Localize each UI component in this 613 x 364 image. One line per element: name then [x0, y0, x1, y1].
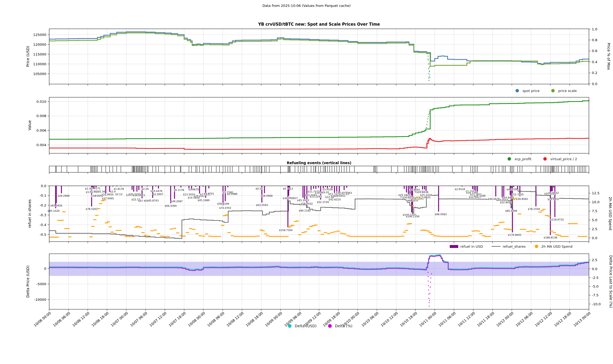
refuel-usd-annotation: $22.9934 [102, 193, 113, 196]
price-pct-axis-label: Price % of Max [607, 43, 611, 70]
spend-ma-legend-marker [535, 245, 538, 248]
refuel-usd-annotation: $63.2593 [256, 204, 268, 206]
x-tick-label: 10/06 12:00 [71, 311, 90, 328]
x-tick-label: 10/08 18:00 [245, 311, 264, 328]
legend-refuel: refuel in USDrefuel_shares2h MA USD Spen… [450, 245, 573, 248]
y-tick-label: 0.006 [37, 128, 46, 132]
refuel-usd-annotation: $66.4394 [165, 204, 176, 207]
scale-scatter-dot [428, 56, 429, 57]
y-tick-label: 0.010 [37, 100, 46, 104]
refuel-usd-annotation: $39.8562 [516, 197, 528, 200]
spend-ma-legend-label: 2h MA USD Spend [541, 245, 573, 248]
xcp-scatter-dot [428, 114, 429, 115]
delta-spike-dot [429, 300, 430, 301]
spend-axis-label: 2h MA USD Spend [608, 197, 612, 231]
delta-usd-axis-label: Delta Price (USD) [26, 265, 30, 297]
refuel-usd-annotation: $25.2732 [420, 193, 432, 196]
y-tick-label: -10000 [34, 298, 46, 302]
refuel-usd-annotation: $28.0968 [261, 194, 273, 197]
spot-price-legend-marker [516, 89, 519, 93]
spot-scatter-dot [428, 80, 429, 81]
refuel-usd-annotation: $5.01 [322, 191, 329, 194]
refuel-usd-annotation: $49.2087 [171, 200, 183, 203]
refuel-usd-annotation: $2.4 [110, 190, 116, 193]
plot-box [49, 166, 589, 172]
figure-canvas: Data from 2025-10-06 (Values from Parque… [0, 0, 613, 364]
y-tick-label: 0 [44, 267, 46, 271]
refuel-usd-annotation: $0.9986 [227, 192, 237, 195]
refuel-usd-annotation: $45.8743 [147, 199, 158, 202]
delta-spike-dot [428, 276, 429, 277]
refuel-usd-annotation: $37.9495 [102, 197, 114, 200]
y-tick-label: 2.5 [592, 258, 597, 262]
refuel-usd-annotation: $58.2246 [217, 202, 229, 205]
xcp-scatter-dot [427, 121, 428, 122]
x-tick-label: 10/08 00:00 [187, 311, 206, 328]
y-tick-label: 0.8 [592, 38, 597, 42]
xcp-scatter-dot [426, 127, 427, 128]
x-tick-label: 10/06 06:00 [52, 311, 71, 328]
refuel-usd-annotation: $0.55 [256, 187, 263, 190]
delta-spike-dot [430, 278, 432, 279]
refuel-usd-annotation: $1.56 [98, 190, 105, 193]
panel-refuel-strip: Refueling events (vertical lines) [49, 161, 589, 174]
xcp-scatter-dot [427, 118, 428, 119]
delta-spike-dot [428, 294, 429, 295]
refuel-annotations: $85.1426$65.5926$28.2898$1.02$78.5261$7.… [48, 187, 564, 239]
legend-delta: Delta (USD)Delta (%) [288, 324, 352, 328]
y-tick-label: 0.2 [592, 71, 597, 75]
x-tick-label: 10/12 18:00 [553, 311, 572, 328]
vp-scatter-dot [426, 144, 427, 145]
x-tick-label: 10/11 06:00 [438, 311, 456, 328]
scale-scatter-dot [429, 70, 430, 71]
refuel-usd-annotation: $78.5261 [86, 208, 98, 210]
refuel-strip-title: Refueling events (vertical lines) [287, 161, 351, 165]
refuel-usd-annotation: $17.2117 [286, 197, 298, 200]
refuel-shares-legend-label: refuel_shares [503, 245, 526, 248]
y-tick-label: -5000 [36, 282, 46, 286]
y-tick-label: -0.5 [40, 233, 46, 237]
refuel-usd-annotation: $45.1323 [297, 199, 309, 202]
delta-pct-legend-marker [328, 324, 332, 328]
refuel-usd-legend-marker [450, 245, 458, 248]
y-tick-label: 0.0 [41, 184, 46, 188]
refuel-usd-annotation: $0.7111 [283, 187, 293, 190]
refuel-usd-annotation: $176.8695 [508, 233, 521, 236]
spot-scatter-dot [429, 76, 430, 77]
spot-scatter-dot [430, 63, 431, 64]
refuel-usd-annotation: $13.5019 [183, 193, 195, 196]
xcp-scatter-dot [428, 116, 429, 117]
y-tick-label: -2.5 [592, 276, 598, 280]
y-tick-label: -0.2 [40, 203, 46, 207]
refuel-usd-annotation: $2.13 [115, 193, 122, 196]
refuel-usd-annotation: $28.2898 [57, 194, 69, 197]
refuel-usd-annotation: $78.1559 [528, 208, 540, 210]
x-tick-label: 10/07 06:00 [129, 311, 148, 328]
y-tick-label: 0.4 [592, 60, 597, 64]
y-tick-label: -5.0 [592, 284, 598, 288]
y-tick-label: 0.004 [37, 143, 46, 147]
refuel-usd-annotation: $9.8741 [204, 192, 214, 195]
delta-spike-dot [428, 281, 429, 282]
refuel-usd-annotation: $7.0763 [342, 191, 352, 194]
spot-scatter-dot [429, 66, 430, 67]
x-tick-label: 10/07 00:00 [110, 311, 129, 328]
vp-scatter-dot [426, 142, 427, 143]
spot-scatter-dot [428, 73, 429, 74]
spot-scatter-dot [429, 71, 430, 72]
scale-scatter-dot [428, 63, 429, 64]
y-tick-label: 125000 [33, 33, 46, 37]
delta-spike-dot [429, 302, 430, 303]
refuel-usd-annotation: $85.4399 [505, 209, 517, 212]
vp-scatter-dot [426, 146, 426, 147]
y-tick-label: -10.0 [592, 302, 601, 306]
legend-value: xcp_profitvirtual_price / 2 [508, 157, 577, 161]
panel-refuel: $85.1426$65.5926$28.2898$1.02$78.5261$7.… [28, 184, 612, 249]
y-tick-label: 12.5 [592, 191, 600, 195]
refuel-usd-annotation: $58.7452 [301, 202, 313, 205]
vp-scatter-dot [427, 141, 428, 142]
dashboard-svg: YB crvUSD/tBTC new: Spot and Scale Price… [0, 0, 613, 364]
xcp-scatter-dot [426, 124, 427, 125]
y-tick-label: 7.5 [592, 209, 597, 213]
refuel-usd-annotation: $11.2293 [310, 195, 322, 198]
